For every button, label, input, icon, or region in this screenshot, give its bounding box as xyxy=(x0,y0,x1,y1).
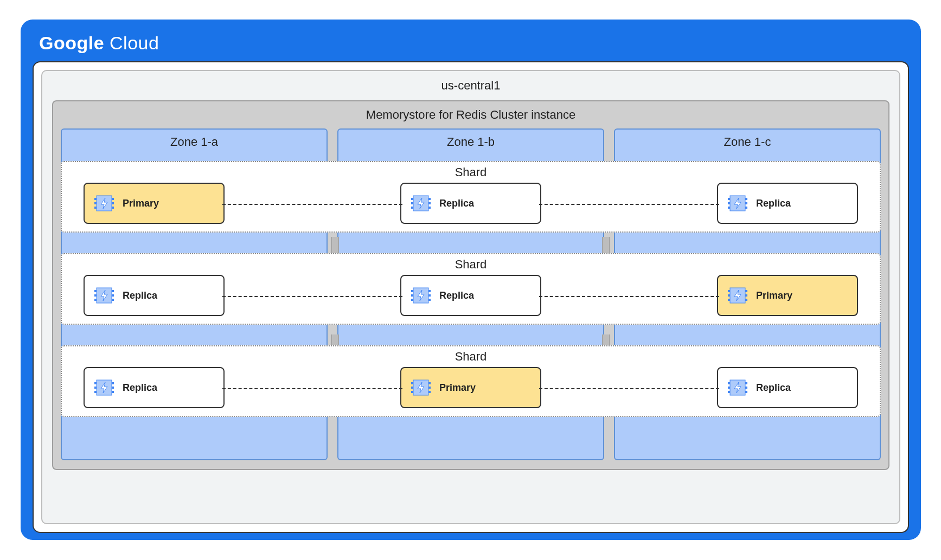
zone-label: Zone 1-a xyxy=(69,135,319,149)
zone-label: Zone 1-b xyxy=(346,135,596,149)
google-cloud-logo: Google Cloud xyxy=(39,33,909,54)
zone-label: Zone 1-c xyxy=(623,135,872,149)
region-box: us-central1 Memorystore for Redis Cluste… xyxy=(41,70,900,524)
region-label: us-central1 xyxy=(52,79,889,93)
zones-row: Zone 1-a Zone 1-b Zone 1-c xyxy=(61,128,881,460)
cluster-box: Memorystore for Redis Cluster instance Z… xyxy=(52,100,889,470)
cluster-title: Memorystore for Redis Cluster instance xyxy=(61,108,881,122)
cloud-container: Google Cloud us-central1 Memorystore for… xyxy=(21,20,921,540)
zone-box-c: Zone 1-c xyxy=(614,128,881,460)
zone-box-a: Zone 1-a xyxy=(61,128,328,460)
project-box: us-central1 Memorystore for Redis Cluste… xyxy=(33,61,909,533)
zone-box-b: Zone 1-b xyxy=(337,128,604,460)
